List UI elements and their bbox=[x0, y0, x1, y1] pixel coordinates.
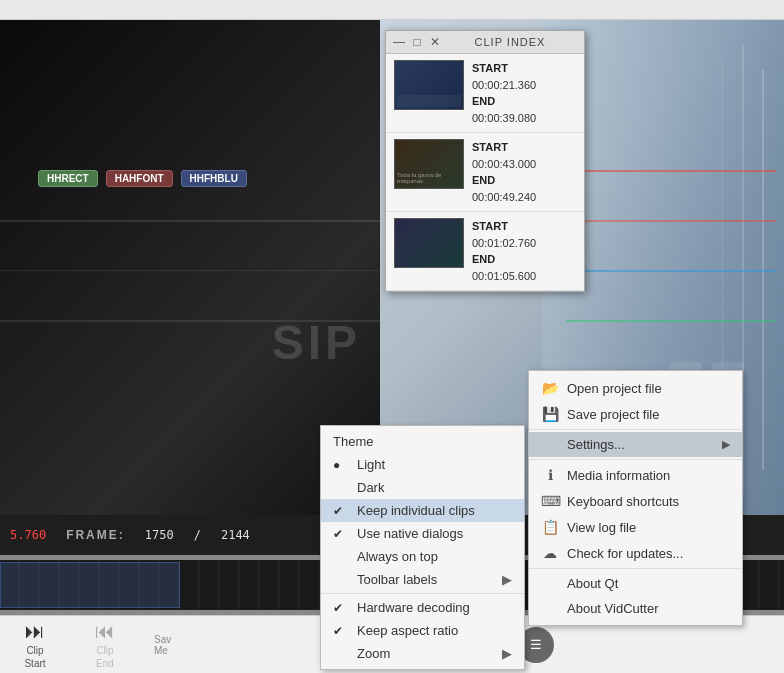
use-native-label: Use native dialogs bbox=[357, 526, 463, 541]
clip-item-1[interactable]: START 00:00:21.360 END 00:00:39.080 bbox=[386, 54, 584, 133]
clip-item-3[interactable]: START 00:01:02.760 END 00:01:05.600 bbox=[386, 212, 584, 291]
clip-info-1: START 00:00:21.360 END 00:00:39.080 bbox=[472, 60, 576, 126]
timeline-clip-region[interactable] bbox=[0, 562, 180, 608]
keep-aspect-item[interactable]: ✔ Keep aspect ratio bbox=[321, 619, 524, 642]
maximize-button[interactable]: □ bbox=[410, 35, 424, 49]
always-on-top-item[interactable]: Always on top bbox=[321, 545, 524, 568]
toolbar-labels-item[interactable]: Toolbar labels ▶ bbox=[321, 568, 524, 591]
clip-index-titlebar: — □ ✕ CLIP INDEX bbox=[386, 31, 584, 54]
clip-end-time-2: 00:00:49.240 bbox=[472, 189, 576, 206]
about-vidcutter-label: About VidCutter bbox=[567, 601, 659, 616]
minimize-button[interactable]: — bbox=[392, 35, 406, 49]
clip-end-label-2: END bbox=[472, 172, 576, 189]
about-vidcutter-item[interactable]: About VidCutter bbox=[529, 596, 742, 621]
zoom-submenu-arrow-icon: ▶ bbox=[502, 646, 512, 661]
clip-end-button[interactable]: ⏮ Clip End bbox=[70, 616, 140, 673]
list-icon: ☰ bbox=[530, 637, 542, 652]
clip-start-time-1: 00:00:21.360 bbox=[472, 77, 576, 94]
close-button[interactable]: ✕ bbox=[428, 35, 442, 49]
open-project-label: Open project file bbox=[567, 381, 662, 396]
info-icon: ℹ bbox=[541, 467, 559, 483]
theme-section-header: Theme bbox=[321, 430, 524, 453]
check-aspect-icon: ✔ bbox=[333, 624, 349, 638]
clip-end-label: Clip bbox=[96, 645, 113, 656]
frame-current-value: 1750 bbox=[145, 528, 174, 542]
clip-start-icon: ⏭ bbox=[25, 620, 45, 643]
clip-index-window: — □ ✕ CLIP INDEX START 00:00:21.360 END … bbox=[385, 30, 585, 292]
toolbar-submenu-arrow-icon: ▶ bbox=[502, 572, 512, 587]
clip-start-label-3: START bbox=[472, 218, 576, 235]
theme-label: Theme bbox=[333, 434, 373, 449]
open-project-item[interactable]: 📂 Open project file bbox=[529, 375, 742, 401]
tag-green: HHRECT bbox=[38, 170, 98, 187]
save-project-item[interactable]: 💾 Save project file bbox=[529, 401, 742, 427]
check-updates-item[interactable]: ☁ Check for updates... bbox=[529, 540, 742, 566]
clip-end-icon: ⏮ bbox=[95, 620, 115, 643]
ctx-divider-2 bbox=[529, 459, 742, 460]
keyboard-shortcuts-label: Keyboard shortcuts bbox=[567, 494, 679, 509]
open-file-icon: 📂 bbox=[541, 380, 559, 396]
frame-separator: / bbox=[194, 528, 201, 542]
keep-clips-label: Keep individual clips bbox=[357, 503, 475, 518]
clip-info-3: START 00:01:02.760 END 00:01:05.600 bbox=[472, 218, 576, 284]
timecode-display: 5.760 bbox=[10, 528, 46, 542]
clip-start-sublabel: Start bbox=[24, 658, 45, 669]
record-save-area: Sav Me bbox=[140, 634, 179, 656]
ctx-divider-1 bbox=[529, 429, 742, 430]
settings-item[interactable]: Settings... ▶ bbox=[529, 432, 742, 457]
settings-label: Settings... bbox=[567, 437, 625, 452]
hardware-decode-label: Hardware decoding bbox=[357, 600, 470, 615]
theme-light-item[interactable]: ● Light bbox=[321, 453, 524, 476]
window-controls: — □ ✕ bbox=[392, 35, 442, 49]
clip-end-time-1: 00:00:39.080 bbox=[472, 110, 576, 127]
clip-start-label-1: START bbox=[472, 60, 576, 77]
video-sip-watermark: SIP bbox=[272, 315, 361, 370]
clip-index-title: CLIP INDEX bbox=[442, 36, 578, 48]
clip-start-label: Clip bbox=[26, 645, 43, 656]
view-log-item[interactable]: 📋 View log file bbox=[529, 514, 742, 540]
frame-label: FRAME: bbox=[66, 528, 125, 542]
save-file-icon: 💾 bbox=[541, 406, 559, 422]
theme-dark-item[interactable]: Dark bbox=[321, 476, 524, 499]
clip-start-time-3: 00:01:02.760 bbox=[472, 235, 576, 252]
clip-start-time-2: 00:00:43.000 bbox=[472, 156, 576, 173]
clip-start-label-2: START bbox=[472, 139, 576, 156]
settings-arrow-icon: ▶ bbox=[722, 438, 730, 451]
clip-end-label-1: END bbox=[472, 93, 576, 110]
keep-aspect-label: Keep aspect ratio bbox=[357, 623, 458, 638]
save-label: Sav bbox=[154, 634, 171, 645]
theme-light-label: Light bbox=[357, 457, 385, 472]
clip-end-time-3: 00:01:05.600 bbox=[472, 268, 576, 285]
toolbar-labels-label: Toolbar labels bbox=[357, 572, 437, 587]
clip-end-label-3: END bbox=[472, 251, 576, 268]
check-filled-icon: ✔ bbox=[333, 504, 349, 518]
about-qt-item[interactable]: About Qt bbox=[529, 571, 742, 596]
hardware-decode-item[interactable]: ✔ Hardware decoding bbox=[321, 596, 524, 619]
zoom-item[interactable]: Zoom ▶ bbox=[321, 642, 524, 665]
view-log-label: View log file bbox=[567, 520, 636, 535]
keyboard-icon: ⌨ bbox=[541, 493, 559, 509]
media-info-label: Media information bbox=[567, 468, 670, 483]
save-sublabel: Me bbox=[154, 645, 171, 656]
save-label-area: Sav Me bbox=[154, 634, 171, 656]
thumb-text-2: Toda la gama de máquinas bbox=[397, 172, 463, 184]
keyboard-shortcuts-item[interactable]: ⌨ Keyboard shortcuts bbox=[529, 488, 742, 514]
clip-item-2[interactable]: Toda la gama de máquinas START 00:00:43.… bbox=[386, 133, 584, 212]
clip-thumbnail-3 bbox=[394, 218, 464, 268]
clip-end-sublabel: End bbox=[96, 658, 114, 669]
clip-start-button[interactable]: ⏭ Clip Start bbox=[0, 616, 70, 673]
frame-total-value: 2144 bbox=[221, 528, 250, 542]
theme-submenu: Theme ● Light Dark ✔ Keep individual cli… bbox=[320, 425, 525, 670]
menu-divider-1 bbox=[321, 593, 524, 594]
log-icon: 📋 bbox=[541, 519, 559, 535]
save-project-label: Save project file bbox=[567, 407, 660, 422]
clip-thumbnail-2: Toda la gama de máquinas bbox=[394, 139, 464, 189]
keep-clips-item[interactable]: ✔ Keep individual clips bbox=[321, 499, 524, 522]
browser-chrome bbox=[0, 0, 784, 20]
always-on-top-label: Always on top bbox=[357, 549, 438, 564]
media-info-item[interactable]: ℹ Media information bbox=[529, 462, 742, 488]
context-menu-right: 📂 Open project file 💾 Save project file … bbox=[528, 370, 743, 626]
use-native-item[interactable]: ✔ Use native dialogs bbox=[321, 522, 524, 545]
update-icon: ☁ bbox=[541, 545, 559, 561]
clip-thumbnail-1 bbox=[394, 60, 464, 110]
